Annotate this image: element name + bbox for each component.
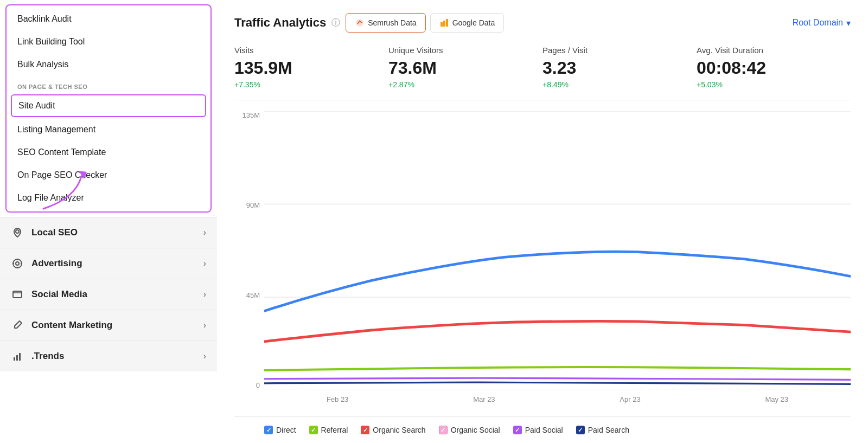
google-icon	[439, 18, 449, 28]
legend-direct[interactable]: ✓ Direct	[264, 426, 296, 434]
metric-visits: Visits 135.9M +7.35%	[234, 46, 388, 89]
x-label-feb: Feb 23	[327, 395, 348, 403]
chart-area: 135M 90M 45M 0	[234, 111, 851, 416]
visits-value: 135.9M	[234, 58, 378, 78]
visits-label: Visits	[234, 46, 378, 55]
chart-y-labels: 135M 90M 45M 0	[234, 111, 264, 389]
sidebar-item-log-file-analyzer[interactable]: Log File Analyzer	[7, 187, 210, 209]
svg-rect-9	[14, 357, 15, 361]
chevron-down-icon: ▾	[846, 18, 851, 28]
legend-referral[interactable]: ✓ Referral	[309, 426, 348, 434]
chevron-right-icon: ›	[203, 351, 206, 361]
y-label-45m: 45M	[246, 291, 260, 299]
legend-paid-search[interactable]: ✓ Paid Search	[576, 426, 629, 434]
link-building-tool-label: Link Building Tool	[17, 37, 85, 47]
sidebar-item-link-building-tool[interactable]: Link Building Tool	[7, 30, 210, 53]
sidebar-nav-social-media[interactable]: Social Media ›	[0, 279, 217, 310]
metric-unique-visitors: Unique Visitors 73.6M +2.87%	[388, 46, 542, 89]
legend-organic-search[interactable]: ✓ Organic Search	[361, 426, 425, 434]
x-label-mar: Mar 23	[473, 395, 495, 403]
sidebar-nav-content-marketing[interactable]: Content Marketing ›	[0, 310, 217, 341]
svg-point-1	[16, 230, 19, 233]
legend-paid-social[interactable]: ✓ Paid Social	[513, 426, 563, 434]
main-content: Traffic Analytics ⓘ Semrush Data	[217, 0, 868, 443]
site-audit-label: Site Audit	[18, 101, 55, 111]
unique-visitors-change: +2.87%	[388, 80, 532, 89]
y-label-0: 0	[256, 381, 260, 389]
avg-visit-duration-change: +5.03%	[697, 80, 840, 89]
svg-rect-8	[13, 291, 22, 298]
info-icon[interactable]: ⓘ	[331, 17, 340, 29]
direct-checkbox[interactable]: ✓	[264, 426, 273, 434]
organic-social-checkbox[interactable]: ✓	[439, 426, 448, 434]
log-file-analyzer-label: Log File Analyzer	[17, 193, 84, 203]
content-marketing-label: Content Marketing	[31, 320, 112, 331]
sidebar-nav-advertising[interactable]: Advertising ›	[0, 248, 217, 279]
social-media-icon	[11, 288, 24, 301]
google-data-label: Google Data	[452, 18, 495, 27]
chart-x-labels: Feb 23 Mar 23 Apr 23 May 23	[264, 395, 851, 403]
sidebar-nav-trends[interactable]: .Trends ›	[0, 341, 217, 371]
panel-title-row: Traffic Analytics ⓘ Semrush Data	[234, 13, 504, 33]
referral-checkbox[interactable]: ✓	[309, 426, 318, 434]
chart-legend: ✓ Direct ✓ Referral ✓ Organic Search ✓ O…	[234, 416, 851, 443]
unique-visitors-value: 73.6M	[388, 58, 532, 78]
svg-point-2	[13, 259, 22, 268]
content-marketing-icon	[11, 319, 24, 332]
paid-social-checkbox[interactable]: ✓	[513, 426, 522, 434]
bulk-analysis-label: Bulk Analysis	[17, 60, 68, 69]
chevron-right-icon: ›	[203, 259, 206, 268]
chevron-right-icon: ›	[203, 320, 206, 330]
panel-header: Traffic Analytics ⓘ Semrush Data	[234, 13, 851, 33]
chart-svg-container	[264, 111, 851, 389]
legend-paid-search-label: Paid Search	[588, 426, 629, 434]
organic-search-checkbox[interactable]: ✓	[361, 426, 369, 434]
svg-point-3	[16, 262, 19, 265]
paid-search-checkbox[interactable]: ✓	[576, 426, 585, 434]
legend-organic-search-label: Organic Search	[373, 426, 425, 434]
unique-visitors-label: Unique Visitors	[388, 46, 532, 55]
local-seo-label: Local SEO	[31, 227, 78, 238]
chevron-right-icon: ›	[203, 290, 206, 299]
sidebar-item-listing-management[interactable]: Listing Management	[7, 118, 210, 141]
seo-content-template-label: SEO Content Template	[17, 147, 106, 157]
social-media-label: Social Media	[31, 289, 87, 300]
svg-point-12	[356, 19, 363, 27]
chevron-right-icon: ›	[203, 228, 206, 237]
avg-visit-duration-label: Avg. Visit Duration	[697, 46, 840, 55]
semrush-icon	[355, 18, 365, 28]
google-data-button[interactable]: Google Data	[430, 13, 505, 33]
svg-rect-11	[19, 353, 21, 361]
semrush-data-label: Semrush Data	[368, 18, 416, 27]
sidebar-item-on-page-seo-checker[interactable]: On Page SEO Checker	[7, 164, 210, 187]
svg-rect-15	[446, 19, 448, 27]
sidebar-item-site-audit[interactable]: Site Audit	[11, 94, 206, 117]
svg-rect-10	[16, 355, 18, 361]
legend-organic-social[interactable]: ✓ Organic Social	[439, 426, 500, 434]
legend-organic-social-label: Organic Social	[451, 426, 500, 434]
y-label-135m: 135M	[242, 111, 260, 119]
expanded-menu-section: Backlink Audit Link Building Tool Bulk A…	[5, 4, 212, 213]
semrush-data-button[interactable]: Semrush Data	[346, 13, 425, 33]
sidebar-item-backlink-audit[interactable]: Backlink Audit	[7, 8, 210, 30]
svg-rect-13	[441, 22, 443, 27]
pages-visit-label: Pages / Visit	[542, 46, 686, 55]
sidebar-item-bulk-analysis[interactable]: Bulk Analysis	[7, 53, 210, 76]
trends-label: .Trends	[31, 351, 64, 362]
sidebar-item-seo-content-template[interactable]: SEO Content Template	[7, 141, 210, 164]
avg-visit-duration-value: 00:08:42	[697, 58, 840, 78]
data-toggle: Semrush Data Google Data	[346, 13, 504, 33]
listing-management-label: Listing Management	[17, 125, 95, 134]
root-domain-button[interactable]: Root Domain ▾	[793, 18, 851, 28]
y-label-90m: 90M	[246, 201, 260, 209]
metric-pages-visit: Pages / Visit 3.23 +8.49%	[542, 46, 697, 89]
pages-visit-change: +8.49%	[542, 80, 686, 89]
panel-title: Traffic Analytics	[234, 16, 326, 30]
advertising-label: Advertising	[31, 258, 82, 269]
x-label-may: May 23	[765, 395, 788, 403]
analytics-panel: Traffic Analytics ⓘ Semrush Data	[217, 0, 868, 443]
sidebar-nav-local-seo[interactable]: Local SEO ›	[0, 217, 217, 248]
sidebar: Backlink Audit Link Building Tool Bulk A…	[0, 0, 217, 443]
trends-icon	[11, 350, 24, 363]
section-label-on-page: ON PAGE & TECH SEO	[7, 76, 210, 93]
